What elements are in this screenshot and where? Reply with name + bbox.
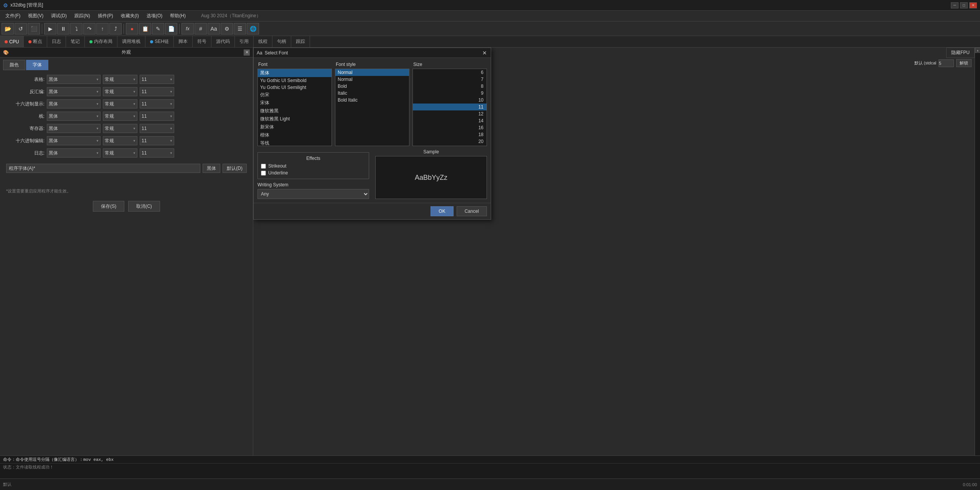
font-item-yugothicsemibold[interactable]: Yu Gothic UI Semibold <box>258 77 332 84</box>
toolbar-patch[interactable]: ✎ <box>152 23 164 35</box>
tab-callstack[interactable]: 调用堆栈 <box>117 36 145 47</box>
menu-trace[interactable]: 跟踪(N) <box>71 12 94 20</box>
tab-source[interactable]: 源代码 <box>211 36 235 47</box>
toolbar-restart[interactable]: ↺ <box>15 23 27 35</box>
font-style-normal[interactable]: Normal <box>335 69 409 76</box>
toolbar-runtoret[interactable]: ⤴ <box>109 23 122 35</box>
dialog-ok-btn[interactable]: OK <box>431 206 453 216</box>
font-item-songtii[interactable]: 宋体 <box>258 99 332 107</box>
tab-symbols[interactable]: 符号 <box>193 36 211 47</box>
font-style-italic[interactable]: Italic <box>335 90 409 97</box>
tab-cpu[interactable]: CPU <box>0 36 24 47</box>
font-name-hexedit[interactable]: 黑体 <box>47 136 101 145</box>
font-name-regs[interactable]: 黑体 <box>47 124 101 133</box>
menu-plugins[interactable]: 插件(P) <box>94 12 117 20</box>
font-item-fangsong[interactable]: 仿宋 <box>258 91 332 99</box>
toolbar-bp[interactable]: ● <box>126 23 138 35</box>
toolbar-stop[interactable]: ⬛ <box>28 23 40 35</box>
font-size-6[interactable]: 6 <box>413 69 487 76</box>
dialog-cancel-btn[interactable]: Cancel <box>457 206 487 216</box>
font-style-bold[interactable]: Bold <box>335 83 409 90</box>
font-size-12[interactable]: 12 <box>413 110 487 117</box>
font-style-table[interactable]: 常规 <box>103 75 137 84</box>
appearance-close[interactable]: ✕ <box>244 49 250 56</box>
toolbar-options[interactable]: ⚙ <box>221 23 233 35</box>
font-item-kaiti[interactable]: 楷体 <box>258 131 332 139</box>
menu-debug[interactable]: 调试(D) <box>47 12 71 20</box>
font-size-7[interactable]: 7 <box>413 76 487 83</box>
menu-options[interactable]: 选项(O) <box>143 12 166 20</box>
tab-breakpoints[interactable]: 断点 <box>24 36 47 47</box>
toolbar-fx[interactable]: fx <box>181 23 194 35</box>
toolbar-stepover[interactable]: ↷ <box>83 23 96 35</box>
font-size-stack[interactable]: 11 <box>140 112 174 121</box>
maximize-button[interactable]: □ <box>960 2 968 8</box>
font-size-list[interactable]: 6 7 8 9 10 11 12 14 16 18 20 22 <box>412 69 487 146</box>
scroll-track[interactable] <box>975 53 980 462</box>
font-size-11[interactable]: 11 <box>413 104 487 110</box>
menu-favorites[interactable]: 收藏夹(I) <box>117 12 143 20</box>
font-style-disasm[interactable]: 常规 <box>103 87 137 96</box>
toolbar-hash[interactable]: # <box>195 23 207 35</box>
toolbar-settings2[interactable]: ☰ <box>234 23 246 35</box>
font-style-normal2[interactable]: Normal <box>335 76 409 83</box>
strikeout-checkbox[interactable] <box>261 164 266 169</box>
font-item-heiti[interactable]: 黑体 <box>258 69 332 77</box>
tab-colors[interactable]: 颜色 <box>3 60 25 70</box>
tab-seh[interactable]: SEH链 <box>145 36 174 47</box>
font-name-table[interactable]: 黑体 <box>47 75 101 84</box>
toolbar-script[interactable]: 📄 <box>165 23 177 35</box>
strikeout-item[interactable]: Strikeout <box>261 163 366 169</box>
menu-view[interactable]: 视图(V) <box>24 12 47 20</box>
font-item-yugothicsemilight[interactable]: Yu Gothic UI Semilight <box>258 84 332 91</box>
dialog-close-btn[interactable]: ✕ <box>482 50 488 56</box>
font-name-list[interactable]: 黑体 Yu Gothic UI Semibold Yu Gothic UI Se… <box>257 69 332 146</box>
font-item-newsong[interactable]: 新宋体 <box>258 123 332 131</box>
font-size-20[interactable]: 20 <box>413 138 487 145</box>
underline-item[interactable]: Underline <box>261 170 366 176</box>
font-size-10[interactable]: 10 <box>413 97 487 104</box>
toolbar-mem[interactable]: 📋 <box>139 23 151 35</box>
font-style-stack[interactable]: 常规 <box>103 112 137 121</box>
font-name-disasm[interactable]: 黑体 <box>47 87 101 96</box>
font-size-regs[interactable]: 11 <box>140 124 174 133</box>
font-size-14[interactable]: 14 <box>413 117 487 124</box>
program-font-input[interactable] <box>6 164 200 173</box>
font-style-log[interactable]: 常规 <box>103 148 137 158</box>
toolbar-stepin[interactable]: ⤵ <box>70 23 82 35</box>
font-size-hex[interactable]: 11 <box>140 99 174 109</box>
toolbar-pause[interactable]: ⏸ <box>57 23 69 35</box>
font-style-list[interactable]: Normal Normal Bold Italic Bold Italic <box>335 69 409 146</box>
underline-checkbox[interactable] <box>261 171 266 176</box>
tab-threads[interactable]: 线程 <box>254 36 272 47</box>
toolbar-stepout[interactable]: ↑ <box>96 23 109 35</box>
cancel-button[interactable]: 取消(C) <box>128 201 160 212</box>
tab-script[interactable]: 脚本 <box>174 36 193 47</box>
font-style-hexedit[interactable]: 常规 <box>103 136 137 145</box>
tab-handles[interactable]: 句柄 <box>272 36 291 47</box>
menu-file[interactable]: 文件(F) <box>2 12 24 20</box>
unlock-button[interactable]: 解锁 <box>956 59 972 67</box>
font-size-22[interactable]: 22 <box>413 145 487 146</box>
minimize-button[interactable]: ─ <box>951 2 959 8</box>
tab-log[interactable]: 日志 <box>47 36 66 47</box>
font-size-18[interactable]: 18 <box>413 131 487 138</box>
font-name-stack[interactable]: 黑体 <box>47 112 101 121</box>
hide-fpu-button[interactable]: 隐藏FPU <box>946 48 975 58</box>
font-item-msyaheilight[interactable]: 微软雅黑 Light <box>258 115 332 123</box>
font-name-hex[interactable]: 黑体 <box>47 99 101 109</box>
tab-notes[interactable]: 笔记 <box>66 36 85 47</box>
font-item-dengxian[interactable]: 等线 <box>258 139 332 146</box>
tab-memory[interactable]: 内存布局 <box>85 36 117 47</box>
font-size-disasm[interactable]: 11 <box>140 87 174 96</box>
font-size-table[interactable]: 11 <box>140 75 174 84</box>
scroll-up-btn[interactable]: ▲ <box>975 48 980 53</box>
writing-system-select[interactable]: Any <box>257 189 369 199</box>
tab-font[interactable]: 字体 <box>26 60 48 70</box>
tab-trace[interactable]: 跟踪 <box>291 36 310 47</box>
font-size-8[interactable]: 8 <box>413 83 487 90</box>
font-size-16[interactable]: 16 <box>413 124 487 131</box>
main-scrollbar[interactable]: ▲ ▼ <box>975 48 980 467</box>
close-button[interactable]: ✕ <box>969 2 977 8</box>
program-font-default-btn[interactable]: 默认(D) <box>223 164 247 173</box>
